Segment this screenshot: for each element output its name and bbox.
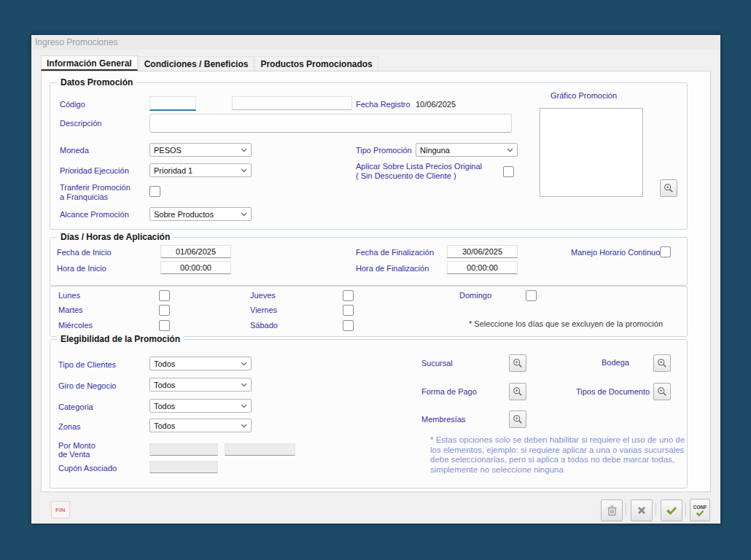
- chevron-down-icon: [241, 168, 247, 173]
- descripcion-input[interactable]: [149, 114, 512, 133]
- day-checkbox-viernes[interactable]: [343, 305, 354, 316]
- elegibilidad-legend: Elegibilidad de la Promoción: [57, 334, 184, 344]
- footer-separator: [655, 503, 656, 516]
- membresias-search-button[interactable]: [509, 411, 526, 428]
- day-checkbox-domingo[interactable]: [526, 290, 537, 301]
- tab-bar: Información General Condiciones / Benefi…: [41, 58, 379, 71]
- aplicar-lista-label-line1: Aplicar Sobre Lista Precios Original: [356, 162, 482, 171]
- hora-finalizacion-label: Hora de Finalización: [356, 264, 429, 273]
- magnifier-plus-icon: [513, 386, 523, 397]
- bodega-label: Bodega: [602, 358, 629, 367]
- dias-horas-legend: Días / Horas de Aplicación: [57, 232, 174, 242]
- tab-condiciones-beneficios[interactable]: Condiciones / Beneficios: [139, 56, 254, 71]
- categoria-select[interactable]: Todos: [149, 399, 252, 413]
- tipo-clientes-select[interactable]: Todos: [149, 357, 252, 370]
- window-titlebar: Ingreso Promociones: [31, 35, 720, 50]
- dias-horas-groupbox: Días / Horas de Aplicación: [50, 237, 688, 286]
- zonas-selected-value: Todos: [154, 421, 175, 430]
- fecha-inicio-label: Fecha de Inicio: [57, 248, 112, 257]
- cupon-asociado-input: [149, 461, 218, 473]
- footer-separator: [685, 503, 686, 516]
- forma-pago-label: Forma de Pago: [421, 387, 477, 396]
- prioridad-selected-value: Prioridad 1: [154, 166, 192, 175]
- por-monto-input-2: [225, 443, 295, 456]
- chevron-down-icon: [241, 404, 247, 408]
- moneda-label: Moneda: [60, 146, 89, 155]
- grafico-zoom-button[interactable]: [660, 179, 677, 197]
- day-label-jueves: Jueves: [250, 291, 276, 300]
- transferir-franquicias-checkbox[interactable]: [149, 186, 160, 197]
- check-icon: [696, 510, 704, 517]
- hora-finalizacion-input[interactable]: 00:00:00: [447, 261, 518, 274]
- hora-inicio-input[interactable]: 00:00:00: [160, 261, 231, 274]
- alcance-promocion-select[interactable]: Sobre Productos: [149, 207, 252, 221]
- aplicar-lista-checkbox[interactable]: [503, 166, 514, 177]
- alcance-promocion-label: Alcance Promoción: [60, 210, 129, 219]
- tab-informacion-general[interactable]: Información General: [41, 55, 138, 71]
- giro-negocio-selected-value: Todos: [154, 381, 175, 389]
- day-label-viernes: Viernes: [250, 306, 277, 314]
- tipo-clientes-selected-value: Todos: [154, 359, 175, 368]
- magnifier-plus-icon: [664, 183, 674, 193]
- chevron-down-icon: [507, 148, 513, 152]
- moneda-selected-value: PESOS: [154, 146, 182, 155]
- magnifier-plus-icon: [657, 386, 667, 397]
- tipo-clientes-label: Tipo de Clientes: [58, 360, 116, 369]
- day-label-lunes: Lunes: [58, 291, 80, 300]
- grafico-promocion-label: Gráfico Promoción: [550, 91, 617, 100]
- conf-button-label: CONF: [693, 505, 707, 510]
- fecha-finalizacion-input[interactable]: 30/06/2025: [447, 245, 518, 258]
- day-checkbox-martes[interactable]: [159, 305, 170, 316]
- fecha-inicio-input[interactable]: 01/06/2025: [160, 245, 231, 258]
- day-label-martes: Martes: [58, 306, 83, 314]
- moneda-select[interactable]: PESOS: [149, 143, 252, 157]
- hora-inicio-label: Hora de Inicio: [57, 264, 106, 273]
- categoria-label: Categoria: [58, 402, 93, 411]
- categoria-selected-value: Todos: [154, 402, 175, 411]
- prioridad-ejecucion-select[interactable]: Prioridad 1: [149, 163, 252, 177]
- datos-promocion-legend: Datos Promoción: [57, 77, 136, 88]
- fecha-registro-value: 10/06/2025: [416, 100, 456, 109]
- bodega-search-button[interactable]: [653, 354, 671, 372]
- accept-button[interactable]: [661, 499, 682, 521]
- x-icon: [637, 505, 647, 516]
- codigo-label: Código: [60, 100, 85, 109]
- day-checkbox-sabado[interactable]: [343, 320, 354, 331]
- day-label-domingo: Domingo: [459, 291, 491, 300]
- manejo-horario-label: Manejo Horario Continuo: [571, 248, 660, 257]
- chevron-down-icon: [241, 148, 247, 152]
- alcance-selected-value: Sobre Productos: [154, 210, 214, 219]
- cupon-asociado-label: Cupón Asociado: [58, 464, 117, 472]
- chevron-down-icon: [241, 383, 247, 387]
- day-checkbox-lunes[interactable]: [159, 290, 170, 301]
- sucursal-search-button[interactable]: [509, 354, 526, 372]
- giro-negocio-label: Giro de Negocio: [58, 381, 117, 390]
- elegibilidad-note: * Estas opciones solo se deben habilitar…: [430, 435, 694, 475]
- window-title: Ingreso Promociones: [35, 37, 117, 47]
- codigo-input-2[interactable]: [232, 96, 352, 110]
- tab-productos-promocionados[interactable]: Productos Promocionados: [254, 56, 378, 71]
- tipo-promocion-selected-value: Ninguna: [420, 146, 450, 155]
- magnifier-plus-icon: [657, 358, 667, 368]
- forma-pago-search-button[interactable]: [509, 383, 526, 400]
- codigo-input-1[interactable]: [149, 96, 196, 111]
- fin-button[interactable]: FIN: [51, 501, 70, 518]
- manejo-horario-checkbox[interactable]: [660, 246, 671, 257]
- zonas-select[interactable]: Todos: [149, 419, 252, 432]
- tipos-documento-search-button[interactable]: [653, 383, 671, 400]
- grafico-promocion-imagebox: [540, 108, 643, 197]
- aplicar-lista-label-line2: ( Sin Descuento de Cliente ): [356, 171, 456, 180]
- day-label-sabado: Sábado: [250, 321, 278, 330]
- day-checkbox-miercoles[interactable]: [159, 320, 170, 331]
- sucursal-label: Sucursal: [421, 359, 453, 368]
- footer-separator: [626, 503, 626, 516]
- cancel-button[interactable]: [631, 499, 653, 521]
- zonas-label: Zonas: [58, 422, 81, 431]
- conf-button[interactable]: CONF: [690, 499, 710, 521]
- tipo-promocion-select[interactable]: Ninguna: [416, 143, 518, 157]
- fecha-finalizacion-label: Fecha de Finalización: [356, 248, 434, 257]
- delete-button[interactable]: [601, 499, 623, 521]
- day-label-miercoles: Miércoles: [58, 321, 93, 330]
- day-checkbox-jueves[interactable]: [343, 290, 354, 301]
- giro-negocio-select[interactable]: Todos: [149, 378, 252, 392]
